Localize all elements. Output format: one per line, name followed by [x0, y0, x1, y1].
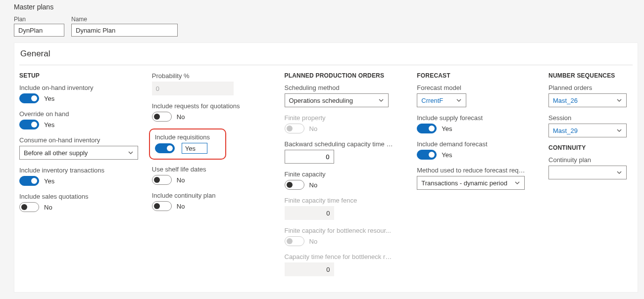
chevron-down-icon: [616, 170, 622, 175]
forecast-model-value: CrrentF: [421, 97, 443, 104]
chevron-down-icon: [514, 180, 520, 186]
numseq-heading: NUMBER SEQUENCES: [548, 72, 626, 79]
session-value: Mast_29: [553, 127, 578, 134]
consume-onhand-select[interactable]: Before all other supply: [19, 146, 138, 160]
use-shelf-value: No: [177, 176, 185, 184]
finite-property-value: No: [309, 125, 318, 132]
chevron-down-icon: [378, 97, 384, 103]
include-demand-label: Include demand forecast: [417, 140, 542, 148]
page-title: Master plans: [14, 3, 644, 11]
include-onhand-label: Include on-hand inventory: [19, 84, 145, 91]
reduce-method-value: Transactions - dynamic period: [421, 179, 507, 187]
chevron-down-icon: [128, 150, 134, 156]
sched-method-value: Operations scheduling: [289, 97, 353, 104]
include-supply-toggle[interactable]: [417, 124, 437, 133]
include-cont-label: Include continuity plan: [152, 192, 278, 199]
sched-method-label: Scheduling method: [285, 84, 410, 91]
include-salesquot-value: No: [44, 204, 52, 211]
sched-method-select[interactable]: Operations scheduling: [285, 93, 389, 107]
probability-label: Probability %: [152, 72, 278, 80]
include-rfq-toggle[interactable]: [152, 112, 172, 122]
panel-title-general[interactable]: General: [19, 49, 633, 65]
override-onhand-toggle[interactable]: [19, 120, 39, 129]
fc-timefence-input: [285, 206, 334, 220]
chevron-down-icon: [456, 97, 462, 103]
consume-onhand-value: Before all other supply: [24, 149, 88, 157]
use-shelf-label: Use shelf life dates: [152, 166, 278, 173]
include-req-label: Include requisitions: [155, 133, 219, 141]
chevron-down-icon: [616, 128, 622, 133]
forecast-model-select[interactable]: CrrentF: [417, 93, 466, 107]
consume-onhand-label: Consume on-hand inventory: [19, 136, 145, 144]
forecast-heading: FORECAST: [417, 72, 542, 79]
planned-orders-select[interactable]: Mast_26: [548, 93, 627, 107]
plan-label: Plan: [14, 16, 64, 23]
include-demand-value: Yes: [442, 151, 452, 159]
finite-capacity-value: No: [309, 181, 318, 189]
planned-orders-value: Mast_26: [553, 97, 578, 104]
override-onhand-label: Override on hand: [19, 110, 145, 118]
forecast-model-label: Forecast model: [417, 84, 542, 91]
include-requisitions-highlight: Include requisitions: [149, 128, 226, 160]
include-onhand-toggle[interactable]: [19, 93, 39, 103]
reduce-method-select[interactable]: Transactions - dynamic period: [417, 176, 525, 190]
include-invtrans-value: Yes: [44, 177, 54, 185]
session-label: Session: [548, 114, 626, 122]
include-salesquot-toggle[interactable]: [19, 202, 39, 212]
include-onhand-value: Yes: [44, 95, 54, 102]
override-onhand-value: Yes: [44, 121, 54, 128]
include-salesquot-label: Include sales quotations: [19, 193, 145, 200]
probability-input: [152, 82, 234, 95]
include-supply-value: Yes: [442, 125, 452, 132]
continuity-heading: CONTINUITY: [548, 144, 626, 151]
name-input[interactable]: [71, 24, 178, 37]
chevron-down-icon: [616, 97, 622, 103]
backward-input[interactable]: [285, 150, 334, 164]
include-rfq-label: Include requests for quotations: [152, 102, 278, 110]
cap-bottleneck-input: [285, 262, 334, 276]
name-label: Name: [71, 16, 178, 23]
finite-property-label: Finite property: [285, 114, 410, 122]
cap-bottleneck-label: Capacity time fence for bottleneck res..…: [285, 253, 394, 260]
backward-label: Backward scheduling capacity time fe...: [285, 140, 394, 148]
fc-bottleneck-value: No: [309, 238, 318, 245]
include-rfq-value: No: [177, 113, 185, 121]
finite-property-toggle: [285, 124, 304, 133]
setup-heading: SETUP: [19, 72, 145, 79]
fc-bottleneck-label: Finite capacity for bottleneck resour...: [285, 227, 394, 234]
ppo-heading: PLANNED PRODUCTION ORDERS: [285, 72, 410, 79]
include-req-value-input[interactable]: [182, 143, 207, 154]
continuity-plan-label: Continuity plan: [548, 156, 626, 164]
use-shelf-toggle[interactable]: [152, 175, 172, 185]
session-select[interactable]: Mast_29: [548, 124, 627, 137]
reduce-method-label: Method used to reduce forecast requir...: [417, 167, 526, 174]
finite-capacity-label: Finite capacity: [285, 171, 410, 178]
plan-input[interactable]: [14, 24, 64, 37]
fc-timefence-label: Finite capacity time fence: [285, 197, 410, 204]
finite-capacity-toggle[interactable]: [285, 180, 304, 190]
fc-bottleneck-toggle: [285, 236, 304, 246]
include-req-toggle[interactable]: [155, 143, 175, 153]
planned-orders-label: Planned orders: [548, 84, 626, 91]
include-invtrans-toggle[interactable]: [19, 176, 39, 186]
include-supply-label: Include supply forecast: [417, 114, 542, 122]
include-cont-toggle[interactable]: [152, 201, 172, 211]
continuity-plan-select[interactable]: [548, 166, 627, 179]
include-demand-toggle[interactable]: [417, 150, 437, 160]
include-invtrans-label: Include inventory transactions: [19, 167, 145, 174]
include-cont-value: No: [177, 203, 185, 210]
